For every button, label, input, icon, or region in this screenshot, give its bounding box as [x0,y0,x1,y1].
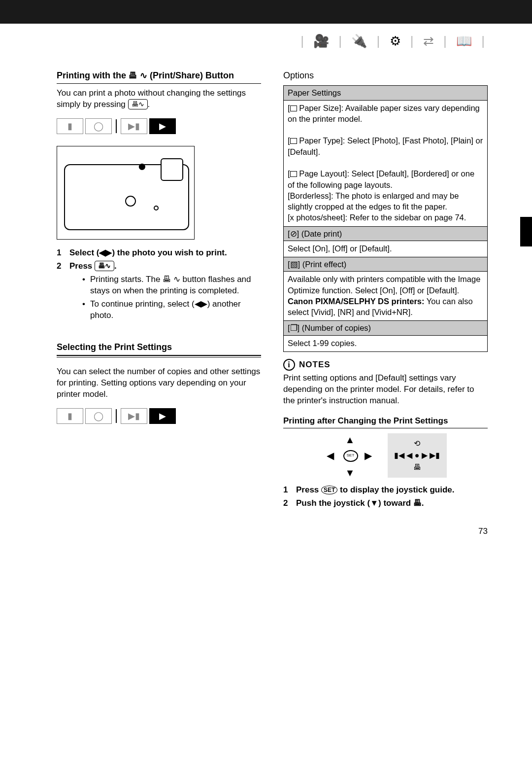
step-1: Select (◀▶) the photo you wish to print. [57,247,261,259]
page-number: 73 [57,526,488,537]
mode-rec-movie-icon: ▮ [57,118,83,134]
section1-body: You can print a photo without changing t… [57,88,261,110]
sub-title-printing-after: Printing after Changing the Print Settin… [283,416,488,428]
section-title-selecting: Selecting the Print Settings [57,341,261,357]
notes-heading: i NOTES [283,359,488,371]
joystick-guide-icon: ⟲ ▮◀ ◀ ● ▶ ▶▮ 🖶 [388,433,447,478]
options-table: Paper Settings [ Paper Size]: Available … [283,85,488,352]
print-share-button-icon: 🖶∿ [128,99,148,109]
mode-play-photo-icon: ▶ [149,408,176,424]
step2-bullet-1: Printing starts. The 🖶 ∿ button flashes … [82,274,261,297]
top-bar [0,0,532,24]
step2-bullet-2: To continue printing, select (◀▶) anothe… [82,299,261,321]
mode-rec-movie-icon: ▮ [57,408,83,424]
section-title-print-share: Printing with the 🖶 ∿ (Print/Share) Butt… [57,70,261,84]
step-2b: Push the joystick (▼) toward 🖶. [283,498,488,509]
paper-settings-header: Paper Settings [284,86,487,100]
info-icon: i [283,359,295,371]
section2-body: You can select the number of copies and … [57,366,261,400]
date-print-header: [⊘] (Date print) [284,226,487,241]
notes-body: Print setting options and [Default] sett… [283,373,488,407]
joystick-direction-icon: ▲▼◀▶ [325,433,374,478]
mode-play-movie-icon: ▶▮ [121,408,147,424]
mode-strip-2: ▮ ◯ ▶▮ ▶ [57,408,176,424]
mode-play-movie-icon: ▶▮ [121,118,147,134]
options-heading: Options [283,70,488,81]
joystick-figure: ▲▼◀▶ ⟲ ▮◀ ◀ ● ▶ ▶▮ 🖶 [283,433,488,478]
copies-body: Select 1-99 copies. [284,336,487,351]
page-content: | 🎥 | 🔌 | ⚙ | ⇄ | 📖 | Printing with the … [0,24,532,557]
date-print-body: Select [On], [Off] or [Default]. [284,241,487,257]
paper-type-icon [290,138,297,144]
steps-section3: Press SET to display the joystick guide.… [283,485,488,509]
set-button-icon: SET [321,486,337,494]
right-column: Options Paper Settings [ Paper Size]: Av… [283,70,488,514]
step-2: Press 🖶∿. Printing starts. The 🖶 ∿ butto… [57,261,261,321]
steps-section1: Select (◀▶) the photo you wish to print.… [57,247,261,321]
print-share-button-icon: 🖶∿ [95,261,114,271]
mode-strip-1: ▮ ◯ ▶▮ ▶ [57,118,176,134]
step-1b: Press SET to display the joystick guide. [283,485,488,496]
print-effect-header: [▧] (Print effect) [284,257,487,272]
mode-rec-photo-icon: ◯ [85,118,112,134]
paper-settings-body: [ Paper Size]: Available paper sizes var… [284,101,487,226]
camcorder-illustration [57,146,195,240]
paper-size-icon [290,105,297,111]
chapter-icon-row: | 🎥 | 🔌 | ⚙ | ⇄ | 📖 | [57,33,488,50]
mode-play-photo-icon: ▶ [149,118,176,134]
copies-header: [❐] (Number of copies) [284,320,487,335]
left-column: Printing with the 🖶 ∿ (Print/Share) Butt… [57,70,261,514]
print-effect-body: Available only with printers compatible … [284,272,487,320]
mode-rec-photo-icon: ◯ [85,408,112,424]
page-layout-icon [290,171,297,177]
